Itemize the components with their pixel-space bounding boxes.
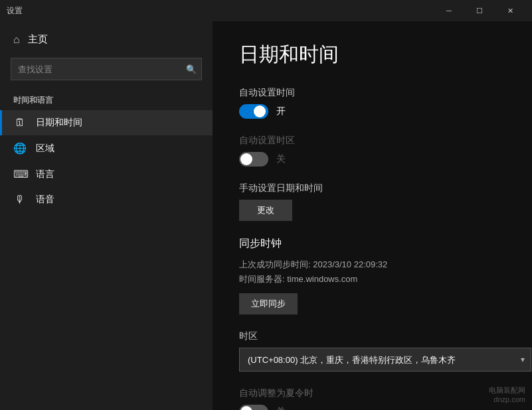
sidebar-item-language[interactable]: ⌨ 语言 — [0, 161, 213, 187]
minimize-button[interactable]: ─ — [434, 0, 464, 21]
title-bar: 设置 ─ ☐ ✕ — [0, 0, 532, 21]
sidebar: ⌂ 主页 🔍 时间和语言 🗓 日期和时间 🌐 区域 ⌨ 语言 🎙 语音 — [0, 21, 213, 410]
window-controls: ─ ☐ ✕ — [434, 0, 525, 21]
window-title: 设置 — [7, 5, 23, 17]
content-area: 日期和时间 自动设置时间 开 自动设置时区 关 手动设置日期和时间 — [213, 21, 532, 410]
auto-time-toggle-row: 开 — [239, 104, 505, 119]
sync-title: 同步时钟 — [239, 237, 505, 251]
sidebar-item-language-label: 语言 — [36, 169, 54, 180]
sidebar-item-region[interactable]: 🌐 区域 — [0, 135, 213, 161]
datetime-icon: 🗓 — [13, 117, 27, 129]
sync-last: 上次成功同步时间: 2023/3/10 22:09:32 时间服务器: time… — [239, 257, 505, 287]
search-icon: 🔍 — [186, 64, 197, 74]
sidebar-item-region-label: 区域 — [36, 143, 54, 155]
language-icon: ⌨ — [13, 168, 27, 180]
timezone-label: 时区 — [239, 330, 505, 342]
sidebar-item-datetime[interactable]: 🗓 日期和时间 — [0, 110, 213, 135]
sync-section: 同步时钟 上次成功同步时间: 2023/3/10 22:09:32 时间服务器:… — [239, 237, 505, 314]
dst-toggle-row: 关 — [239, 405, 505, 410]
maximize-button[interactable]: ☐ — [464, 0, 495, 21]
auto-time-label: 自动设置时间 — [239, 87, 505, 99]
sidebar-item-speech-label: 语音 — [36, 194, 54, 206]
auto-time-section: 自动设置时间 开 — [239, 87, 505, 119]
timezone-dropdown-wrapper: (UTC+08:00) 北京，重庆，香港特别行政区，乌鲁木齐 ▾ — [239, 348, 531, 372]
speech-icon: 🎙 — [13, 194, 27, 206]
sidebar-item-speech[interactable]: 🎙 语音 — [0, 187, 213, 212]
sync-now-button[interactable]: 立即同步 — [239, 293, 298, 314]
manual-section: 手动设置日期和时间 更改 — [239, 182, 505, 221]
home-icon: ⌂ — [13, 34, 20, 46]
category-label: 时间和语言 — [0, 86, 213, 110]
auto-timezone-toggle[interactable] — [239, 152, 268, 167]
auto-time-thumb — [254, 105, 266, 117]
manual-label: 手动设置日期和时间 — [239, 182, 505, 194]
main-layout: ⌂ 主页 🔍 时间和语言 🗓 日期和时间 🌐 区域 ⌨ 语言 🎙 语音 日期和时… — [0, 21, 532, 410]
dst-section: 自动调整为夏令时 关 — [239, 387, 505, 410]
dst-toggle[interactable] — [239, 405, 268, 410]
auto-timezone-state: 关 — [276, 153, 286, 165]
auto-timezone-label: 自动设置时区 — [239, 135, 505, 147]
region-icon: 🌐 — [13, 142, 27, 155]
auto-time-state: 开 — [276, 105, 286, 117]
home-label: 主页 — [28, 33, 48, 46]
auto-timezone-toggle-row: 关 — [239, 152, 505, 167]
sidebar-item-datetime-label: 日期和时间 — [36, 117, 82, 129]
search-input[interactable] — [11, 58, 202, 80]
sidebar-home[interactable]: ⌂ 主页 — [0, 27, 213, 52]
auto-timezone-section: 自动设置时区 关 — [239, 135, 505, 167]
watermark: 电脑装配网 dnzp.com — [489, 385, 525, 403]
timezone-dropdown[interactable]: (UTC+08:00) 北京，重庆，香港特别行政区，乌鲁木齐 — [239, 348, 531, 372]
search-box: 🔍 — [11, 58, 202, 80]
dst-state: 关 — [276, 406, 286, 410]
timezone-section: 时区 (UTC+08:00) 北京，重庆，香港特别行政区，乌鲁木齐 ▾ — [239, 330, 505, 372]
close-button[interactable]: ✕ — [495, 0, 525, 21]
auto-time-toggle[interactable] — [239, 104, 268, 119]
auto-timezone-thumb — [240, 153, 252, 165]
dst-thumb — [240, 406, 252, 410]
page-title: 日期和时间 — [239, 41, 505, 68]
manual-change-button[interactable]: 更改 — [239, 200, 292, 221]
dst-label: 自动调整为夏令时 — [239, 387, 505, 399]
